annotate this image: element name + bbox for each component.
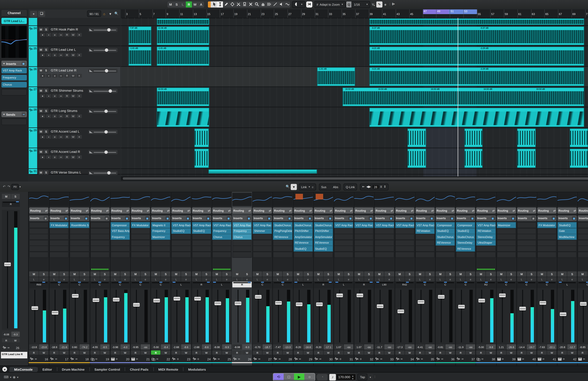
track-link-icon[interactable]: ∞ <box>58 33 63 37</box>
channel-pan-control[interactable]: C <box>436 282 455 287</box>
fader-db-value[interactable]: -2.68 <box>192 344 201 349</box>
insert-slot[interactable]: ModMachine <box>558 234 577 240</box>
track-edit-icon[interactable]: e <box>52 155 57 159</box>
channel-name[interactable]: BA Upright Bass <box>130 362 151 363</box>
channel-mute-button[interactable]: M <box>273 271 282 276</box>
insert-slot[interactable]: Maximizer <box>497 222 516 228</box>
track-s-button[interactable]: S <box>44 68 48 72</box>
channel-name[interactable]: GROUP Synths and Keys <box>476 362 496 363</box>
channel-write-button[interactable]: W <box>263 350 272 355</box>
channel-mute-button[interactable]: M <box>395 271 404 276</box>
tempo-track-icon[interactable]: ♪ <box>329 374 336 380</box>
channel-pan-control[interactable]: L <box>212 282 231 287</box>
inserts-rack-header[interactable]: Inserts▣ <box>110 215 130 221</box>
insert-slot[interactable] <box>131 252 150 258</box>
channel-write-button[interactable]: W <box>141 350 150 355</box>
insert-slot[interactable]: Frequency <box>151 228 170 234</box>
channel-solo-button[interactable]: S <box>445 271 455 276</box>
insert-slot[interactable] <box>212 246 231 252</box>
insert-slot[interactable] <box>131 240 150 246</box>
track-monitor-icon[interactable]: ◖ <box>46 135 51 139</box>
channel-write-button[interactable]: W <box>283 350 292 355</box>
channel-listen-button[interactable]: L <box>314 277 323 281</box>
inserts-rack-header[interactable]: Inserts▣ <box>476 215 496 221</box>
track-monitor-icon[interactable]: ◖ <box>46 155 51 159</box>
mixer-channel-strip[interactable]: Routing⇄Inserts▣CompressorStudioEQStudio… <box>456 192 476 365</box>
insert-slot[interactable]: VST Amp Rack <box>212 222 231 228</box>
audiowarp-quantize-button[interactable]: ∿ <box>376 1 382 7</box>
channel-solo-button[interactable]: S <box>527 271 536 276</box>
fader-handle[interactable] <box>418 300 424 304</box>
channel-pan-control[interactable]: R <box>232 282 252 287</box>
fader-db-value[interactable]: -7.63 <box>537 344 546 349</box>
channel-fader[interactable] <box>49 288 69 344</box>
channel-solo-button[interactable]: S <box>385 271 394 276</box>
channel-name[interactable]: GROUP Bass <box>90 362 110 363</box>
insert-slot[interactable] <box>70 240 89 246</box>
mixer-channel-strip[interactable]: Routing⇄Inserts▣CompressorStudioEQStudio… <box>435 192 456 365</box>
insert-slot[interactable]: StudioEQ <box>436 228 455 234</box>
channel-listen-button[interactable]: L <box>212 277 221 281</box>
track-edit-icon[interactable]: e <box>52 94 57 98</box>
insert-slot[interactable]: Magneto II <box>151 222 170 228</box>
tool-speaker-icon[interactable] <box>278 1 284 7</box>
insert-slot[interactable] <box>90 222 109 228</box>
channel-fader[interactable] <box>537 288 557 344</box>
insert-slot[interactable] <box>90 234 109 240</box>
routing-rack-header[interactable]: Routing⇄ <box>253 208 272 213</box>
insert-slot[interactable]: VST Amp Rack <box>476 222 496 228</box>
mixer-channel-strip[interactable]: Routing⇄Inserts▣VST Amp RackMSLeR1.07-oo… <box>354 192 375 365</box>
channel-name[interactable]: GTR Verse Strums L <box>334 362 354 363</box>
insert-slot[interactable] <box>29 228 49 234</box>
peak-db-value[interactable]: -8.5 <box>100 344 109 349</box>
fader-db-value[interactable]: -8.85 <box>578 344 587 349</box>
insert-slot[interactable] <box>334 234 353 240</box>
insert-slot[interactable]: StudioChorus <box>293 222 313 228</box>
track-edit-icon[interactable]: e <box>52 33 57 37</box>
track-lane-icon[interactable]: ≡ <box>77 114 82 118</box>
track-volume-slider[interactable] <box>88 89 118 93</box>
insert-slot[interactable]: StudioEQ <box>558 222 577 228</box>
track-m-button[interactable]: M <box>39 68 43 72</box>
insert-slot[interactable] <box>192 252 211 258</box>
fader-db-value[interactable]: -5.00 <box>151 344 161 349</box>
channel-read-button[interactable]: R <box>232 350 242 355</box>
channel-solo-button[interactable]: S <box>80 271 89 276</box>
fader-db-value[interactable]: -9.20 <box>314 344 323 349</box>
sends-section-header[interactable]: ▼Sends⇥ <box>1 111 27 117</box>
channel-edit-button[interactable]: e <box>466 277 475 281</box>
channel-listen-button[interactable]: L <box>334 277 343 281</box>
track-edit-icon[interactable]: e <box>52 135 57 139</box>
track-row[interactable]: 27MSGTR Shimmer Strums●◖e∞RW≡ <box>29 87 120 107</box>
routing-rack-header[interactable]: Routing⇄ <box>395 208 414 213</box>
snap-on-off-button[interactable]: ⋊ <box>306 1 312 7</box>
channel-read-button[interactable]: R <box>29 350 39 355</box>
automation-curve-display[interactable] <box>273 193 293 206</box>
track-monitor-icon[interactable]: ◖ <box>46 94 51 98</box>
tool-warp-icon[interactable] <box>284 1 290 7</box>
insert-slot[interactable]: REVerence <box>273 234 293 240</box>
inspector-insert-slot[interactable]: VST Amp Rack <box>1 68 27 73</box>
sends-icon[interactable]: ⇥ <box>22 112 25 116</box>
tap-tempo-button[interactable]: Tap <box>358 374 367 381</box>
track-write-icon[interactable]: W <box>71 33 76 37</box>
track-write-icon[interactable]: W <box>71 114 76 118</box>
fader-handle[interactable] <box>458 305 465 308</box>
fader-handle[interactable] <box>580 302 587 306</box>
channel-edit-button[interactable]: e <box>506 277 516 281</box>
track-read-icon[interactable]: R <box>64 33 70 37</box>
channel-name[interactable]: BA P Bass <box>110 362 130 363</box>
sel-fader-db[interactable]: -8.08 <box>2 332 11 337</box>
channel-solo-button[interactable]: S <box>344 271 353 276</box>
channel-name[interactable]: VK_3_Tambo_v2 <box>29 362 49 363</box>
channel-mute-button[interactable]: M <box>293 271 303 276</box>
event-lane[interactable] <box>121 18 588 26</box>
channel-name[interactable]: GTR Long Strums <box>273 362 293 363</box>
channel-edit-button[interactable]: e <box>263 277 272 281</box>
tempo-mode-caret[interactable]: ▼ <box>367 374 374 380</box>
event-lane[interactable]: 10.53 dB10.53 dB10.53 dB10.53 dB10.53 dB… <box>121 87 588 107</box>
insert-slot[interactable] <box>70 228 89 234</box>
channel-mute-button[interactable]: M <box>354 271 364 276</box>
channel-fader[interactable] <box>456 288 475 344</box>
channel-listen-button[interactable]: L <box>415 277 425 281</box>
